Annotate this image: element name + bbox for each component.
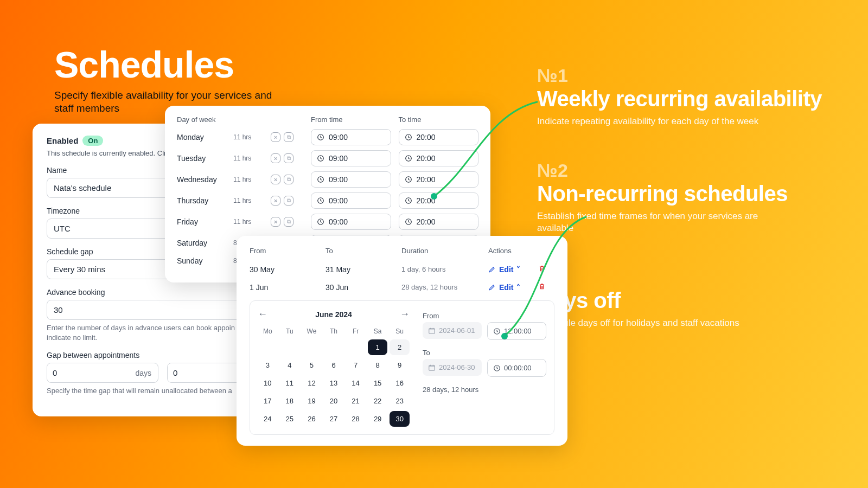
clear-icon[interactable]: ✕	[271, 175, 280, 184]
feature-desc-2: Establish fixed time frames for when you…	[537, 210, 787, 234]
calendar-day[interactable]: 8	[368, 357, 388, 373]
calendar-prev-icon[interactable]: ←	[258, 309, 267, 320]
nr-duration: 1 day, 6 hours	[401, 265, 488, 273]
clear-icon[interactable]: ✕	[271, 132, 280, 142]
clock-icon	[493, 364, 501, 372]
nr-from: 30 May	[250, 265, 326, 274]
svg-rect-12	[429, 328, 435, 333]
calendar-day[interactable]: 5	[302, 357, 322, 373]
from-time-input[interactable]: 09:00	[311, 171, 391, 188]
gap-days-field[interactable]	[47, 363, 80, 382]
weekly-row: Monday11 hrs✕⧉09:0020:00	[177, 129, 478, 145]
calendar-dow: Fr	[346, 325, 366, 337]
calendar-day[interactable]: 11	[280, 375, 300, 391]
feature-num-2: №2	[537, 160, 822, 181]
delete-button[interactable]	[538, 265, 554, 274]
pencil-icon	[488, 266, 496, 273]
weekly-day: Monday	[177, 133, 226, 142]
to-time-input[interactable]: 20:00	[399, 150, 479, 166]
calendar-day[interactable]: 16	[390, 375, 410, 391]
edit-button[interactable]: Edit ˄	[488, 283, 538, 292]
nr-to: 31 May	[326, 265, 401, 274]
clear-icon[interactable]: ✕	[271, 217, 280, 227]
calendar-day[interactable]: 20	[324, 393, 344, 409]
col-day: Day of week	[177, 115, 226, 124]
cal-from-time[interactable]: 12:00:00	[487, 322, 546, 340]
calendar-day[interactable]: 12	[302, 375, 322, 391]
col-nr-dur: Duration	[401, 247, 488, 255]
feature-desc-1: Indicate repeating availability for each…	[537, 115, 787, 127]
cal-from-date: 2024-06-01	[423, 322, 482, 339]
calendar-day[interactable]: 6	[324, 357, 344, 373]
edit-button[interactable]: Edit ˅	[488, 265, 538, 274]
feature-num-3: №3	[537, 267, 822, 288]
clear-icon[interactable]: ✕	[271, 153, 280, 163]
calendar-next-icon[interactable]: →	[400, 309, 410, 320]
col-nr-act: Actions	[488, 247, 538, 255]
weekly-hours: 11 hrs	[233, 133, 263, 141]
calendar-day[interactable]: 18	[280, 393, 300, 409]
to-time-input[interactable]: 20:00	[399, 214, 479, 230]
calendar-icon	[428, 364, 436, 371]
calendar-day[interactable]: 25	[280, 411, 300, 427]
copy-icon[interactable]: ⧉	[284, 196, 293, 206]
weekly-day: Sunday	[177, 256, 226, 265]
calendar-day[interactable]: 7	[346, 357, 366, 373]
weekly-hours: 11 hrs	[233, 218, 263, 226]
calendar-day[interactable]: 13	[324, 375, 344, 391]
gap-hours-field[interactable]	[168, 363, 200, 382]
to-time-input[interactable]: 20:00	[399, 171, 479, 188]
calendar-day[interactable]: 9	[390, 357, 410, 373]
calendar-day[interactable]: 17	[258, 393, 278, 409]
delete-button[interactable]	[538, 282, 554, 292]
weekly-row: Thursday11 hrs✕⧉09:0020:00	[177, 192, 478, 209]
calendar-dow: We	[302, 325, 322, 337]
calendar-day[interactable]: 23	[390, 393, 410, 409]
calendar-day[interactable]: 1	[368, 339, 388, 355]
calendar-title: June 2024	[315, 310, 352, 319]
calendar-day[interactable]: 19	[302, 393, 322, 409]
weekly-day: Saturday	[177, 239, 226, 247]
calendar-day[interactable]: 14	[346, 375, 366, 391]
calendar-day[interactable]: 15	[368, 375, 388, 391]
feature-num-1: №1	[537, 65, 822, 86]
copy-icon[interactable]: ⧉	[284, 217, 293, 227]
enabled-badge[interactable]: On	[82, 136, 103, 146]
nonrec-card: From To Duration Actions 30 May31 May1 d…	[237, 236, 567, 446]
calendar-day[interactable]: 3	[258, 357, 278, 373]
calendar-day[interactable]: 22	[368, 393, 388, 409]
cal-to-time[interactable]: 00:00:00	[487, 359, 546, 377]
trash-icon	[538, 265, 546, 272]
calendar-dow: Tu	[280, 325, 300, 337]
copy-icon[interactable]: ⧉	[284, 175, 293, 184]
weekly-day: Thursday	[177, 196, 226, 205]
from-time-input[interactable]: 09:00	[311, 192, 391, 209]
calendar-day[interactable]: 27	[324, 411, 344, 427]
nonrec-row: 30 May31 May1 day, 6 hours Edit ˅	[250, 265, 554, 274]
cal-from-label: From	[423, 312, 482, 320]
clock-icon	[317, 176, 324, 183]
to-time-input[interactable]: 20:00	[399, 192, 479, 209]
weekly-row: Tuesday11 hrs✕⧉09:0020:00	[177, 150, 478, 166]
copy-icon[interactable]: ⧉	[284, 132, 293, 142]
weekly-row: Wednesday11 hrs✕⧉09:0020:00	[177, 171, 478, 188]
calendar-dow: Su	[390, 325, 410, 337]
weekly-hours: 11 hrs	[233, 176, 263, 183]
nonrec-row: 1 Jun30 Jun28 days, 12 hours Edit ˄	[250, 282, 554, 292]
calendar-day[interactable]: 10	[258, 375, 278, 391]
calendar-day[interactable]: 26	[302, 411, 322, 427]
copy-icon[interactable]: ⧉	[284, 153, 293, 163]
calendar-day[interactable]: 2	[390, 339, 410, 355]
gap-days-unit: days	[135, 369, 158, 377]
calendar-day[interactable]: 29	[368, 411, 388, 427]
calendar-day[interactable]: 28	[346, 411, 366, 427]
to-time-input[interactable]: 20:00	[399, 129, 479, 145]
calendar-day[interactable]: 30	[390, 411, 410, 427]
from-time-input[interactable]: 09:00	[311, 129, 391, 145]
from-time-input[interactable]: 09:00	[311, 214, 391, 230]
from-time-input[interactable]: 09:00	[311, 150, 391, 166]
calendar-day[interactable]: 24	[258, 411, 278, 427]
calendar-day[interactable]: 4	[280, 357, 300, 373]
clear-icon[interactable]: ✕	[271, 196, 280, 206]
calendar-day[interactable]: 21	[346, 393, 366, 409]
